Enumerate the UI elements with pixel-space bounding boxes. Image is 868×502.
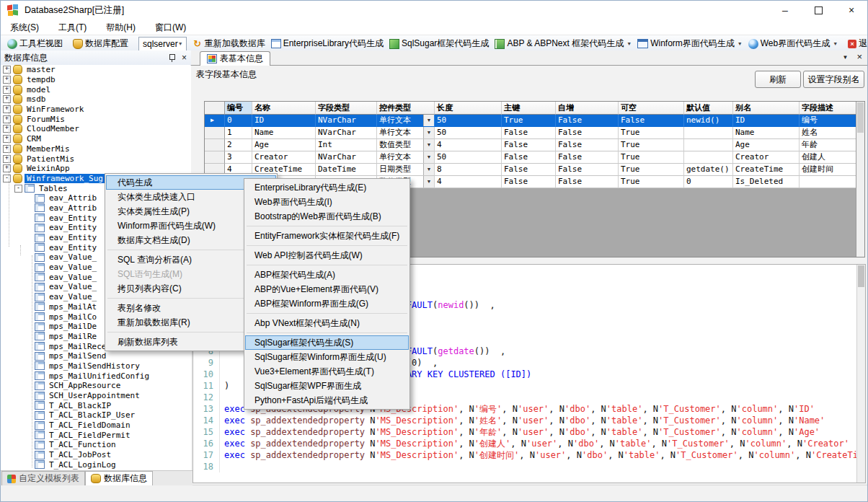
table-row[interactable]: 1NameNVarChar单行文本▼50FalseFalseTrueName姓名 (205, 127, 864, 139)
expander-icon[interactable]: + (3, 95, 11, 103)
expander-icon[interactable]: + (3, 135, 11, 143)
bottom-tab-自定义模板列表[interactable]: 自定义模板列表 (1, 471, 85, 485)
tree-item-model[interactable]: +model (0, 84, 190, 94)
menu-item[interactable]: Abp VNext框架代码生成(N) (245, 316, 409, 330)
expander-icon[interactable]: + (3, 66, 11, 74)
tree-item-SCH_AppResource[interactable]: SCH_AppResource (0, 381, 190, 391)
tree-item-ForumMis[interactable]: +ForumMis (0, 114, 190, 124)
dropdown-button[interactable]: ▼ (423, 115, 434, 126)
tree-item-CloudMember[interactable]: +CloudMember (0, 124, 190, 134)
scrollbar-thumb[interactable] (858, 265, 864, 287)
expander-icon[interactable]: + (3, 76, 11, 84)
tree-item-T_ACL_LoginLog[interactable]: T_ACL_LoginLog (0, 460, 190, 470)
tree-item-SCH_UserAppointment[interactable]: SCH_UserAppointment (0, 391, 190, 401)
column-header[interactable]: 别名 (733, 102, 800, 115)
toolbar-button[interactable]: EnterpriseLibrary代码生成 (268, 37, 386, 50)
menu-item[interactable]: Vue3+Element界面代码生成(T) (245, 364, 409, 379)
table-row[interactable]: 4CreateTimeDateTime日期类型▼8FalseFalseTrueg… (205, 164, 864, 176)
bottom-tab-数据库信息[interactable]: 数据库信息 (85, 471, 153, 485)
menu-item[interactable]: EnterpriseLibrary代码生成(E) (245, 180, 409, 195)
column-header[interactable]: 控件类型 (377, 102, 435, 115)
tree-item-T_ACL_FieldDomain[interactable]: T_ACL_FieldDomain (0, 420, 190, 431)
toolbar-button[interactable]: Web界面代码生成▼ (745, 37, 841, 50)
expander-icon[interactable]: - (14, 185, 22, 193)
dropdown-button[interactable]: ▼ (423, 151, 434, 163)
dropdown-button[interactable]: ▼ (423, 164, 434, 175)
row-selector-cell[interactable] (205, 151, 225, 164)
table-row[interactable]: ▶0IDNVarChar单行文本▼50TrueFalseFalsenewid()… (205, 115, 864, 127)
column-header[interactable]: 字段描述 (800, 102, 857, 115)
row-selector-cell[interactable] (205, 127, 225, 139)
tree-item-mps_MailSendHistory[interactable]: mps_MailSendHistory (0, 361, 190, 371)
menu-item[interactable]: ABP的Vue+Element界面代码(V) (245, 282, 409, 296)
toolbar-button[interactable]: SqlSugar框架代码生成 (386, 37, 492, 50)
control-type-cell[interactable]: 数值类型▼ (377, 139, 435, 151)
tab-list-dropdown-icon[interactable]: ▼ (842, 54, 848, 61)
tree-item-WeixinApp[interactable]: +WeixinApp (0, 164, 190, 174)
menu-item[interactable]: ABP框架Winform界面生成(G) (245, 296, 409, 311)
refresh-button[interactable]: 刷新 (755, 71, 801, 88)
expander-icon[interactable]: + (3, 155, 11, 163)
row-selector-cell[interactable] (205, 139, 225, 151)
menubar-item[interactable]: 系统(S) (10, 22, 39, 34)
toolbar-button[interactable]: Winform界面代码生成▼ (634, 37, 745, 50)
tree-item-WinFramework[interactable]: +WinFramework (0, 105, 190, 115)
set-field-alias-button[interactable]: 设置字段别名 (803, 71, 864, 88)
expander-icon[interactable]: + (3, 115, 11, 123)
menu-item[interactable]: SqlSugar框架代码生成(S) (245, 335, 409, 350)
close-document-icon[interactable]: × (856, 53, 862, 61)
tree-item-PatientMis[interactable]: +PatientMis (0, 154, 190, 164)
control-type-cell[interactable]: 单行文本▼ (377, 127, 435, 139)
column-header[interactable]: 可空 (619, 102, 684, 115)
tree-item-msdb[interactable]: +msdb (0, 94, 190, 105)
editor-vertical-scrollbar[interactable] (856, 265, 865, 483)
tree-item-T_ACL_JobPost[interactable]: T_ACL_JobPost (0, 450, 190, 460)
minimize-button[interactable]: – (769, 0, 802, 20)
menubar-item[interactable]: 工具(T) (58, 22, 87, 34)
tree-item-MemberMis[interactable]: +MemberMis (0, 144, 190, 154)
close-button[interactable]: × (835, 0, 868, 20)
tree-item-CRM[interactable]: +CRM (0, 134, 190, 144)
column-header[interactable]: 主键 (502, 102, 556, 115)
toolbar-button[interactable]: ↻重新加载数据库 (190, 37, 268, 50)
tree-item-T_ACL_BlackIP_User[interactable]: T_ACL_BlackIP_User (0, 410, 190, 420)
tree-item-tempdb[interactable]: +tempdb (0, 75, 190, 85)
database-type-select[interactable]: sqlserver▼ (138, 37, 187, 51)
control-type-cell[interactable]: 单行文本▼ (377, 115, 435, 127)
menu-item[interactable]: Bootstrap的Web界面代码生成(B) (245, 209, 409, 224)
tree-item-master[interactable]: +master (0, 65, 190, 75)
toolbar-button[interactable]: ×退出 (845, 37, 868, 50)
menu-item[interactable]: SqlSugar框架WPF界面生成 (245, 379, 409, 393)
menu-item[interactable]: SqlSugar框架Winform界面生成(U) (245, 350, 409, 364)
scrollbar-thumb[interactable] (857, 102, 864, 133)
menu-item[interactable]: Web界面代码生成(I) (245, 195, 409, 209)
grid-vertical-scrollbar[interactable] (856, 102, 864, 257)
tree-item-T_ACL_BlackIP[interactable]: T_ACL_BlackIP (0, 400, 190, 410)
menu-item[interactable]: ABP框架代码生成(A) (245, 268, 409, 282)
table-row[interactable]: 2AgeInt数值类型▼4FalseFalseTrueAge年龄 (205, 139, 864, 151)
maximize-button[interactable] (802, 0, 835, 20)
row-selector-header[interactable] (205, 102, 225, 115)
tab-table-info[interactable]: 表基本信息 (200, 51, 270, 66)
column-header[interactable]: 自增 (556, 102, 619, 115)
tree-item-mps_MailSend[interactable]: mps_MailSend (0, 351, 190, 361)
column-header[interactable]: 名称 (252, 102, 316, 115)
tree-item-T_ACL_FieldPermit[interactable]: T_ACL_FieldPermit (0, 430, 190, 440)
menubar-item[interactable]: 窗口(W) (155, 22, 186, 34)
expander-icon[interactable]: + (3, 125, 11, 133)
tree-item-mps_MailUnifiedConfig[interactable]: mps_MailUnifiedConfig (0, 371, 190, 381)
close-panel-icon[interactable]: × (182, 53, 187, 62)
dropdown-button[interactable]: ▼ (423, 176, 434, 188)
table-row[interactable]: 3CreatorNVarChar单行文本▼50FalseFalseTrueCre… (205, 151, 864, 164)
control-type-cell[interactable]: 单行文本▼ (377, 151, 435, 164)
menubar-item[interactable]: 帮助(H) (106, 22, 136, 34)
toolbar-button[interactable]: 数据库配置 (70, 37, 131, 50)
pin-icon[interactable] (169, 54, 174, 62)
menu-item[interactable]: EntityFramework实体框架代码生成(F) (245, 229, 409, 243)
expander-icon[interactable]: + (3, 105, 11, 113)
expander-icon[interactable]: + (3, 164, 11, 172)
menu-item[interactable]: Web API控制器代码生成(W) (245, 248, 409, 263)
column-header[interactable]: 编号 (225, 102, 252, 115)
column-header[interactable]: 长度 (435, 102, 502, 115)
tree-item-T_ACL_Function[interactable]: T_ACL_Function (0, 440, 190, 450)
